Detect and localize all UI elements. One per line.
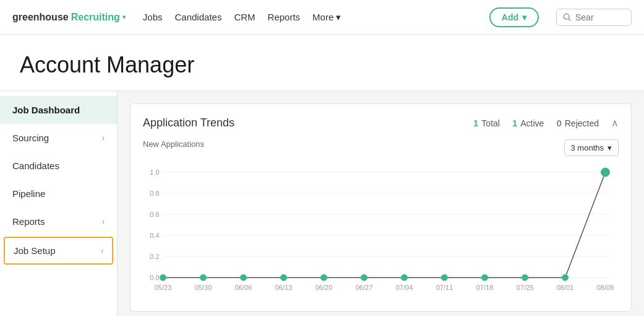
- stat-rejected: 0 Rejected: [556, 118, 599, 128]
- stat-active: 1 Active: [512, 118, 544, 128]
- nav-more[interactable]: More ▾: [312, 12, 341, 23]
- add-button[interactable]: Add ▾: [489, 7, 539, 27]
- stat-total-label: Total: [481, 118, 500, 128]
- page-header: Account Manager: [0, 35, 644, 91]
- nav-jobs[interactable]: Jobs: [143, 12, 163, 22]
- stat-total: 1 Total: [473, 118, 500, 128]
- stat-active-num: 1: [512, 118, 517, 128]
- data-point-0: [160, 274, 166, 281]
- chevron-right-icon: ›: [102, 134, 105, 143]
- chevron-right-icon: ›: [101, 247, 103, 255]
- sidebar: Job Dashboard Sourcing › Candidates Pipe…: [0, 91, 118, 316]
- nav-candidates[interactable]: Candidates: [175, 12, 222, 22]
- brand-logo[interactable]: greenhouse Recruiting ▾: [12, 12, 126, 23]
- svg-text:0.6: 0.6: [150, 211, 159, 218]
- svg-line-1: [569, 19, 570, 20]
- chevron-right-icon: ›: [102, 217, 105, 226]
- chart-stats: 1 Total 1 Active 0 Rejected ∧: [473, 117, 619, 129]
- sidebar-item-job-dashboard[interactable]: Job Dashboard: [0, 96, 117, 124]
- sidebar-item-candidates[interactable]: Candidates: [0, 152, 117, 180]
- sidebar-item-pipeline[interactable]: Pipeline: [0, 180, 117, 208]
- sidebar-item-reports[interactable]: Reports ›: [0, 208, 117, 235]
- data-point-2: [241, 274, 247, 281]
- svg-text:08/01: 08/01: [557, 284, 574, 291]
- main-content: Application Trends 1 Total 1 Active 0 Re…: [118, 91, 644, 316]
- svg-text:0.0: 0.0: [150, 274, 159, 281]
- data-point-6: [401, 274, 408, 281]
- search-icon: [563, 13, 572, 22]
- svg-text:07/18: 07/18: [476, 284, 494, 291]
- collapse-button[interactable]: ∧: [611, 117, 619, 129]
- nav-crm[interactable]: CRM: [234, 12, 255, 22]
- data-point-7: [442, 274, 448, 281]
- sidebar-item-job-setup[interactable]: Job Setup ›: [4, 237, 113, 265]
- svg-text:06/13: 06/13: [275, 284, 293, 291]
- svg-text:08/08: 08/08: [597, 284, 614, 291]
- top-navigation: greenhouse Recruiting ▾ Jobs Candidates …: [0, 0, 644, 35]
- search-area[interactable]: [556, 9, 632, 26]
- time-filter-dropdown[interactable]: 3 months ▾: [564, 139, 619, 156]
- stat-rejected-num: 0: [556, 118, 561, 128]
- data-point-5: [361, 274, 367, 281]
- svg-text:05/23: 05/23: [155, 284, 172, 291]
- data-point-11: [601, 168, 610, 177]
- svg-text:05/30: 05/30: [195, 284, 212, 291]
- nav-links: Jobs Candidates CRM Reports More ▾: [143, 12, 472, 23]
- line-chart: 1.0 0.8 0.6 0.4 0.2 0.0: [143, 160, 619, 296]
- svg-text:06/20: 06/20: [316, 284, 333, 291]
- svg-point-0: [564, 14, 569, 19]
- data-point-10: [562, 274, 569, 281]
- stat-rejected-label: Rejected: [565, 118, 599, 128]
- data-point-3: [281, 274, 287, 281]
- svg-text:0.4: 0.4: [150, 232, 159, 239]
- chart-polyline: [163, 172, 606, 278]
- data-point-4: [321, 274, 327, 281]
- brand-name-1: greenhouse: [12, 12, 69, 23]
- data-point-1: [200, 274, 207, 281]
- stat-total-num: 1: [473, 118, 478, 128]
- chart-subtitle: New Applications: [143, 139, 204, 149]
- sidebar-item-sourcing[interactable]: Sourcing ›: [0, 124, 117, 152]
- nav-reports[interactable]: Reports: [268, 12, 301, 22]
- svg-text:07/25: 07/25: [517, 284, 534, 291]
- data-point-9: [522, 274, 528, 281]
- application-trends-card: Application Trends 1 Total 1 Active 0 Re…: [130, 103, 632, 312]
- chart-area: 1.0 0.8 0.6 0.4 0.2 0.0: [143, 160, 619, 299]
- chart-title: Application Trends: [143, 116, 234, 129]
- svg-text:07/11: 07/11: [436, 284, 453, 291]
- data-point-8: [482, 274, 488, 281]
- svg-text:0.8: 0.8: [150, 190, 159, 197]
- stat-active-label: Active: [520, 118, 544, 128]
- svg-text:0.2: 0.2: [150, 253, 159, 260]
- svg-text:07/04: 07/04: [396, 284, 413, 291]
- svg-text:1.0: 1.0: [150, 169, 159, 176]
- page-title: Account Manager: [20, 52, 624, 78]
- svg-text:06/27: 06/27: [356, 284, 373, 291]
- chart-header: Application Trends 1 Total 1 Active 0 Re…: [143, 116, 619, 129]
- svg-text:06/06: 06/06: [235, 284, 252, 291]
- main-layout: Job Dashboard Sourcing › Candidates Pipe…: [0, 91, 644, 316]
- brand-caret-icon[interactable]: ▾: [122, 14, 126, 20]
- search-input[interactable]: [575, 12, 625, 22]
- brand-name-2: Recruiting: [71, 12, 120, 23]
